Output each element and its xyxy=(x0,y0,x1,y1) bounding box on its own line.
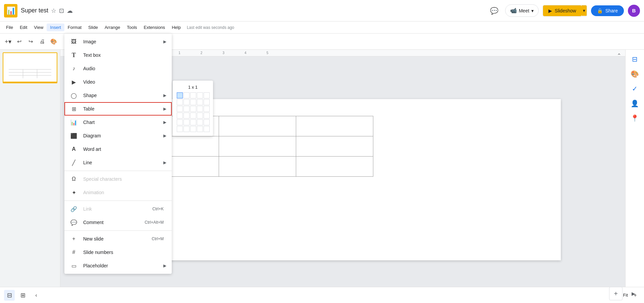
grid-cell[interactable] xyxy=(197,119,203,125)
grid-cell[interactable] xyxy=(190,92,196,98)
grid-label: 1 x 1 xyxy=(177,85,209,90)
user-avatar[interactable]: B xyxy=(628,5,640,17)
insert-special-chars-item: Ω Special characters xyxy=(64,172,172,186)
table-cell[interactable] xyxy=(219,116,296,136)
insert-image-item[interactable]: 🖼 Image ▶ xyxy=(64,35,172,48)
sidebar-people-icon[interactable]: 👤 xyxy=(628,97,642,110)
chart-icon: 📊 xyxy=(70,118,78,126)
table-label: Table xyxy=(83,106,163,112)
grid-cell[interactable] xyxy=(190,113,196,119)
grid-cell[interactable] xyxy=(204,119,210,125)
table-cell[interactable] xyxy=(296,136,373,157)
table-cell[interactable] xyxy=(219,136,296,157)
menu-view[interactable]: View xyxy=(31,24,47,31)
menu-tools[interactable]: Tools xyxy=(123,24,140,31)
slideshow-dropdown-button[interactable]: ▾ xyxy=(582,5,587,16)
grid-cell[interactable] xyxy=(197,113,203,119)
link-icon: 🔗 xyxy=(70,205,78,213)
print-button[interactable]: 🖨 xyxy=(37,36,48,47)
insert-chart-item[interactable]: 📊 Chart ▶ xyxy=(64,116,172,129)
sidebar-tasks-icon[interactable]: ✓ xyxy=(628,82,642,95)
grid-cell[interactable] xyxy=(204,92,210,98)
newslide-icon: + xyxy=(70,235,78,243)
grid-cell[interactable] xyxy=(177,99,183,105)
sidebar-maps-icon[interactable]: 📍 xyxy=(628,112,642,125)
grid-cell[interactable] xyxy=(190,126,196,132)
diagram-label: Diagram xyxy=(83,133,163,138)
slideshow-label: Slideshow xyxy=(555,8,576,13)
grid-cell[interactable] xyxy=(183,126,190,132)
grid-cell[interactable] xyxy=(204,113,210,119)
last-edit-label[interactable]: Last edit was seconds ago xyxy=(187,25,234,30)
grid-cell[interactable] xyxy=(190,99,196,105)
insert-line-item[interactable]: ╱ Line ▶ xyxy=(64,156,172,169)
redo-button[interactable]: ↪ xyxy=(25,36,36,47)
menu-slide[interactable]: Slide xyxy=(85,24,101,31)
menu-file[interactable]: File xyxy=(3,24,16,31)
insert-diagram-item[interactable]: ⬛ Diagram ▶ xyxy=(64,129,172,142)
expand-button[interactable]: ▶ xyxy=(627,287,640,300)
menu-edit[interactable]: Edit xyxy=(16,24,31,31)
grid-cell[interactable] xyxy=(197,126,203,132)
grid-view-button[interactable]: ⊞ xyxy=(17,290,28,301)
menu-insert[interactable]: Insert xyxy=(47,24,64,31)
slideshow-button[interactable]: ▶ Slideshow xyxy=(543,5,582,16)
single-slide-view-button[interactable]: ⊟ xyxy=(4,290,15,301)
grid-cells[interactable] xyxy=(177,92,209,132)
menu-extensions[interactable]: Extensions xyxy=(141,24,169,31)
grid-cell[interactable] xyxy=(183,99,190,105)
folder-icon[interactable]: ⊡ xyxy=(59,7,64,14)
collapse-ruler-button[interactable]: ⌃ xyxy=(617,52,621,59)
sidebar-layouts-icon[interactable]: ⊟ xyxy=(628,52,642,66)
paint-format-button[interactable]: 🎨 xyxy=(48,36,59,47)
insert-comment-item[interactable]: 💬 Comment Ctrl+Alt+M xyxy=(64,216,172,229)
insert-placeholder-item[interactable]: ▭ Placeholder ▶ xyxy=(64,259,172,272)
grid-cell[interactable] xyxy=(177,106,183,112)
star-icon[interactable]: ☆ xyxy=(51,7,56,14)
cloud-icon[interactable]: ☁ xyxy=(67,7,73,14)
grid-cell[interactable] xyxy=(190,119,196,125)
grid-cell[interactable] xyxy=(204,126,210,132)
sidebar-theme-icon[interactable]: 🎨 xyxy=(628,67,642,81)
grid-cell[interactable] xyxy=(177,113,183,119)
grid-cell[interactable] xyxy=(197,99,203,105)
table-cell[interactable] xyxy=(219,157,296,177)
grid-cell[interactable] xyxy=(183,113,190,119)
grid-cell[interactable] xyxy=(183,106,190,112)
insert-wordart-item[interactable]: A Word art xyxy=(64,142,172,156)
insert-newslide-item[interactable]: + New slide Ctrl+M xyxy=(64,232,172,246)
insert-textbox-item[interactable]: T Text box xyxy=(64,48,172,62)
grid-cell[interactable] xyxy=(197,106,203,112)
add-slide-button[interactable]: + xyxy=(609,287,623,300)
insert-slidenumbers-item[interactable]: # Slide numbers xyxy=(64,246,172,259)
grid-cell[interactable] xyxy=(177,119,183,125)
grid-cell[interactable] xyxy=(177,126,183,132)
grid-cell[interactable] xyxy=(190,106,196,112)
comment-label: Comment xyxy=(83,220,145,225)
collapse-panel-button[interactable]: ‹ xyxy=(31,290,42,301)
insert-video-item[interactable]: ▶ Video xyxy=(64,75,172,89)
undo-button[interactable]: ↩ xyxy=(14,36,25,47)
grid-cell[interactable] xyxy=(197,92,203,98)
grid-cell[interactable] xyxy=(183,92,190,98)
app-icon: 📊 xyxy=(4,4,17,17)
insert-shape-item[interactable]: ◯ Shape ▶ xyxy=(64,89,172,102)
table-cell[interactable] xyxy=(296,157,373,177)
table-cell[interactable] xyxy=(296,116,373,136)
menu-help[interactable]: Help xyxy=(168,24,184,31)
insert-audio-item[interactable]: ♪ Audio xyxy=(64,62,172,75)
grid-cell[interactable] xyxy=(183,119,190,125)
slide-thumbnail-1[interactable]: 1 xyxy=(3,52,57,83)
menu-arrange[interactable]: Arrange xyxy=(101,24,123,31)
grid-cell[interactable] xyxy=(204,99,210,105)
meet-button[interactable]: 📹 Meet ▾ xyxy=(505,4,539,17)
grid-cell[interactable] xyxy=(177,92,183,98)
comments-button[interactable]: 💬 xyxy=(488,4,501,17)
add-button[interactable]: +▾ xyxy=(3,36,13,47)
insert-table-item[interactable]: ⊞ Table ▶ xyxy=(64,102,172,116)
grid-cell[interactable] xyxy=(204,106,210,112)
shape-arrow: ▶ xyxy=(163,93,166,98)
menu-format[interactable]: Format xyxy=(64,24,85,31)
share-button[interactable]: 🔒 Share xyxy=(591,5,624,16)
document-title[interactable]: Super test xyxy=(21,7,48,14)
